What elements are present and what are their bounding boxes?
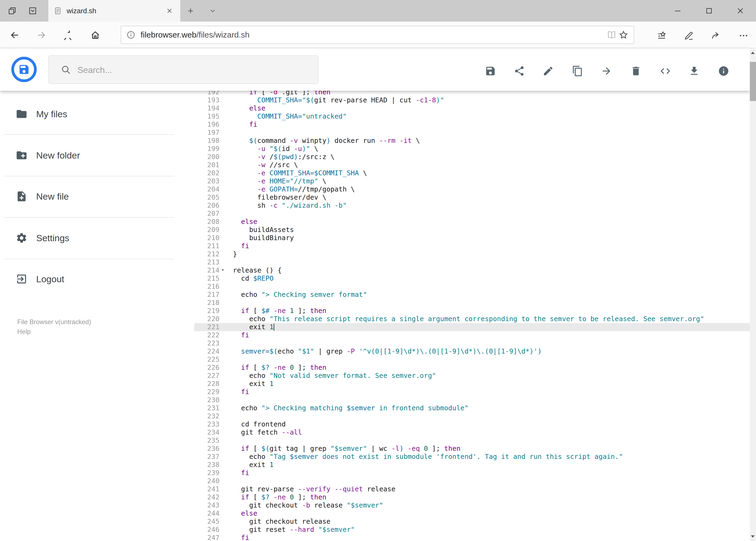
fold-marker-icon[interactable]: ▾ [221,266,224,274]
sidebar-item-logout[interactable]: Logout [0,268,189,290]
code-line[interactable]: 195 COMMIT_SHA="untracked" [194,112,750,121]
scroll-down-arrow-icon[interactable] [751,535,755,538]
code-line[interactable]: 212} [194,250,750,258]
code-line[interactable]: 196 fi [194,121,750,129]
code-line[interactable]: 224 semver=$(echo "$1" | grep -P '^v(0|[… [194,347,750,355]
code-line[interactable]: 219 if [ $# -ne 1 ]; then [194,307,750,315]
sidebar-item-settings[interactable]: Settings [0,227,189,249]
copy-button[interactable] [570,63,586,79]
refresh-button[interactable] [63,30,73,40]
code-line[interactable]: 233 cd frontend [194,420,750,428]
code-line[interactable]: 221 exit 1 [194,323,750,331]
code-line[interactable]: 225 [194,355,750,363]
code-editor[interactable]: 192 if [ -d .git ]; then193 COMMIT_SHA="… [194,91,750,541]
page-scrollbar[interactable] [750,48,756,541]
code-line[interactable]: 208 else [194,218,750,226]
code-line[interactable]: 203 -e HOME="//tmp" \ [194,177,750,185]
code-line[interactable]: 210 buildBinary [194,234,750,242]
code-line[interactable]: 229 fi [194,388,750,396]
code-line[interactable]: 193 COMMIT_SHA="$(git rev-parse HEAD | c… [194,96,750,104]
move-button[interactable] [599,63,615,79]
code-line[interactable]: 242 if [ $? -ne 0 ]; then [194,493,750,501]
code-line[interactable]: 230 [194,396,750,404]
code-line[interactable]: 194 else [194,104,750,112]
code-line[interactable]: 206 sh -c "./wizard.sh -b" [194,202,750,210]
forward-button[interactable] [36,30,46,40]
code-line[interactable]: 192 if [ -d .git ]; then [194,91,750,96]
code-line[interactable]: 202 -e COMMIT_SHA=$COMMIT_SHA \ [194,169,750,177]
code-line[interactable]: 222 fi [194,331,750,339]
code-line[interactable]: 236 if [ $(git tag | grep "$semver" | wc… [194,445,750,453]
new-tab-button[interactable] [182,0,199,22]
site-info-icon[interactable] [125,29,137,41]
tab-close-icon[interactable] [164,5,175,16]
close-button[interactable] [725,0,756,22]
code-line[interactable]: 244 else [194,509,750,517]
code-line[interactable]: 200 -v /$(pwd):/src:z \ [194,153,750,161]
code-line[interactable]: 218 [194,299,750,307]
code-line[interactable]: 232 [194,412,750,420]
sidebar-item-new-folder[interactable]: New folder [0,145,189,166]
code-line[interactable]: 201 -w //src \ [194,161,750,169]
code-line[interactable]: 238 exit 1 [194,461,750,469]
hub-button[interactable] [656,30,668,42]
sidebar-item-my-files[interactable]: My files [0,103,189,125]
code-line[interactable]: 216 [194,282,750,290]
code-line[interactable]: 214▾release () { [194,266,750,274]
app-logo[interactable] [11,56,37,82]
code-line[interactable]: 243 git checkout -b release "$semver" [194,501,750,509]
code-line[interactable]: 207 [194,210,750,218]
browser-tab[interactable]: wizard.sh [48,0,180,22]
code-line[interactable]: 198 $(command -v winpty) docker run --rm… [194,137,750,145]
code-line[interactable]: 215 cd $REPO [194,274,750,282]
code-line[interactable]: 234 git fetch --all [194,428,750,436]
code-line[interactable]: 209 buildAssets [194,226,750,234]
code-line[interactable]: 204 -e GOPATH=//tmp/gopath \ [194,185,750,194]
web-note-button[interactable] [683,30,695,42]
share-button[interactable] [511,63,527,79]
code-line[interactable]: 237 echo "Tag $semver does not exist in … [194,453,750,461]
code-line[interactable]: 228 exit 1 [194,380,750,388]
search-box[interactable] [48,55,319,84]
code-line[interactable]: 197 [194,129,750,137]
share-page-button[interactable] [710,30,722,42]
scrollbar-thumb[interactable] [750,62,756,101]
add-favorite-button[interactable] [618,29,630,41]
reading-view-button[interactable] [606,29,618,41]
set-tabs-aside-button[interactable] [23,0,42,22]
code-line[interactable]: 245 git checkout release [194,517,750,526]
search-input[interactable] [77,56,310,84]
code-line[interactable]: 226 if [ $? -ne 0 ]; then [194,363,750,372]
code-line[interactable]: 217 echo "> Checking semver format" [194,290,750,299]
tab-strip-chevron-button[interactable] [204,0,221,22]
code-line[interactable]: 235 [194,436,750,445]
code-line[interactable]: 213 [194,258,750,266]
sidebar-item-new-file[interactable]: New file [0,186,189,207]
minimize-button[interactable] [662,0,693,22]
address-bar[interactable]: filebrowser.web/files/wizard.sh [121,26,634,44]
download-button[interactable] [686,63,702,79]
save-button[interactable] [482,63,499,79]
code-line[interactable]: 220 echo "This release script requires a… [194,315,750,323]
code-line[interactable]: 239 fi [194,469,750,477]
code-line[interactable]: 241 git rev-parse --verify --quiet relea… [194,485,750,493]
code-line[interactable]: 240 [194,477,750,485]
code-line[interactable]: 246 git reset --hard "$semver" [194,526,750,534]
help-link[interactable]: Help [17,328,31,335]
code-line[interactable]: 199 -u "$(id -u)" \ [194,145,750,153]
home-button[interactable] [90,30,101,40]
more-options-button[interactable] [738,30,750,42]
url-text[interactable]: filebrowser.web/files/wizard.sh [140,30,250,39]
code-line[interactable]: 205 filebrowser/dev \ [194,194,750,202]
show-tabs-aside-button[interactable] [3,0,22,22]
maximize-button[interactable] [693,0,725,22]
rename-button[interactable] [540,63,556,79]
switch-view-button[interactable] [657,63,673,79]
back-button[interactable] [10,30,20,40]
code-line[interactable]: 231 echo "> Checking matching $semver in… [194,404,750,412]
scroll-up-arrow-icon[interactable] [751,52,755,54]
info-button[interactable] [715,63,732,79]
code-line[interactable]: 211 fi [194,242,750,250]
code-line[interactable]: 247 fi [194,534,750,541]
code-line[interactable]: 227 echo "Not valid semver format. See s… [194,372,750,380]
